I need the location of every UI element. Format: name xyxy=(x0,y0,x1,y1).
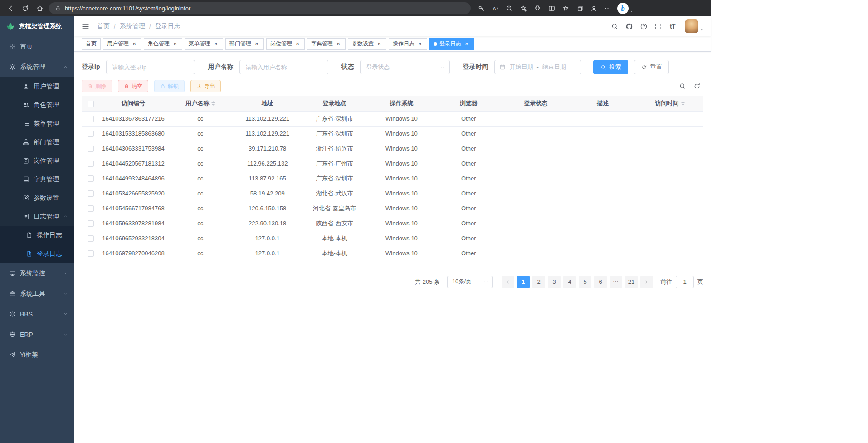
sidebar-item-log-mgmt[interactable]: 日志管理 xyxy=(0,207,74,226)
address-bar[interactable]: https://ccnetcore.com:1101/system/log/lo… xyxy=(49,2,471,14)
site-info-icon[interactable] xyxy=(55,5,61,11)
breadcrumb-system[interactable]: 系统管理 xyxy=(120,22,145,30)
row-checkbox[interactable] xyxy=(88,250,94,257)
sidebar-item-system-mgmt[interactable]: 系统管理 xyxy=(0,57,74,77)
page-6-button[interactable]: 6 xyxy=(594,276,607,288)
sidebar-item-dict-mgmt[interactable]: 字典管理 xyxy=(0,170,74,189)
close-icon[interactable]: × xyxy=(213,41,219,47)
page-2-button[interactable]: 2 xyxy=(532,276,545,288)
tab-login-log[interactable]: 登录日志× xyxy=(429,38,474,50)
favorite-add-button[interactable] xyxy=(517,2,530,15)
tab-user-mgmt[interactable]: 用户管理× xyxy=(103,38,141,50)
sort-carets[interactable] xyxy=(211,101,215,106)
sidebar-item-dept-mgmt[interactable]: 部门管理 xyxy=(0,133,74,151)
collections-button[interactable] xyxy=(573,2,586,15)
delete-button[interactable]: 删除 xyxy=(82,80,112,92)
reset-button[interactable]: 重置 xyxy=(634,60,669,74)
hamburger-icon[interactable] xyxy=(81,22,90,31)
tab-dict-mgmt[interactable]: 字典管理× xyxy=(307,38,346,50)
sidebar-item-yi-framework[interactable]: Yi框架 xyxy=(0,345,74,365)
avatar[interactable] xyxy=(685,19,698,33)
toggle-search-icon[interactable] xyxy=(679,83,686,90)
column-header[interactable]: 用户名称 xyxy=(167,96,234,111)
login-time-range-picker[interactable]: 开始日期 - 结束日期 xyxy=(494,60,581,74)
font-size-button[interactable]: tT xyxy=(666,19,679,34)
row-checkbox[interactable] xyxy=(88,146,94,152)
page-size-select[interactable]: 10条/页 xyxy=(447,276,493,288)
profile-button[interactable] xyxy=(587,2,600,15)
row-checkbox[interactable] xyxy=(88,205,94,212)
tab-menu-mgmt[interactable]: 菜单管理× xyxy=(185,38,223,50)
row-checkbox[interactable] xyxy=(88,131,94,137)
row-checkbox[interactable] xyxy=(88,190,94,197)
tab-op-log[interactable]: 操作日志× xyxy=(389,38,427,50)
sidebar-item-param-settings[interactable]: 参数设置 xyxy=(0,189,74,207)
sort-carets[interactable] xyxy=(681,101,685,106)
page-1-button[interactable]: 1 xyxy=(517,276,530,288)
zoom-button[interactable] xyxy=(502,2,516,15)
sidebar-item-user-mgmt[interactable]: 用户管理 xyxy=(0,77,74,96)
sidebar-item-menu-mgmt[interactable]: 菜单管理 xyxy=(0,114,74,133)
sidebar-item-role-mgmt[interactable]: 角色管理 xyxy=(0,96,74,114)
sidebar-item-erp[interactable]: ERP xyxy=(0,324,74,345)
breadcrumb-home[interactable]: 首页 xyxy=(97,22,110,30)
page-3-button[interactable]: 3 xyxy=(548,276,561,288)
favorites-bar-button[interactable] xyxy=(559,2,572,15)
page-5-button[interactable]: 5 xyxy=(579,276,591,288)
copilot-icon[interactable]: b xyxy=(617,3,629,14)
search-button[interactable] xyxy=(608,19,621,34)
tab-home[interactable]: 首页 xyxy=(82,38,101,50)
goto-page-input[interactable] xyxy=(676,276,694,288)
row-checkbox[interactable] xyxy=(88,235,94,242)
row-checkbox[interactable] xyxy=(88,161,94,167)
more-pages-button[interactable]: ••• xyxy=(610,276,622,288)
select-all-checkbox[interactable] xyxy=(88,101,94,107)
row-checkbox[interactable] xyxy=(88,220,94,227)
home-button[interactable] xyxy=(33,2,46,15)
page-21-button[interactable]: 21 xyxy=(625,276,638,288)
sidebar-item-login-log[interactable]: 登录日志 xyxy=(0,244,74,263)
split-screen-button[interactable] xyxy=(545,2,558,15)
caret-down-icon[interactable] xyxy=(629,10,634,14)
user-menu[interactable] xyxy=(685,19,704,33)
user-name-input[interactable] xyxy=(239,60,328,74)
login-ip-input[interactable] xyxy=(106,60,195,74)
app-logo[interactable]: 意框架管理系统 xyxy=(0,16,74,36)
unlock-button[interactable]: 解锁 xyxy=(154,80,185,92)
extensions-button[interactable] xyxy=(531,2,544,15)
fullscreen-button[interactable] xyxy=(651,19,665,34)
export-button[interactable]: 导出 xyxy=(190,80,221,92)
sidebar-item-home[interactable]: 首页 xyxy=(0,36,74,57)
close-icon[interactable]: × xyxy=(376,41,382,47)
github-button[interactable] xyxy=(622,19,636,34)
close-icon[interactable]: × xyxy=(417,41,423,47)
close-icon[interactable]: × xyxy=(294,41,301,47)
tab-dept-mgmt[interactable]: 部门管理× xyxy=(225,38,264,50)
status-select[interactable]: 登录状态 xyxy=(360,60,450,74)
back-button[interactable] xyxy=(4,2,17,15)
close-icon[interactable]: × xyxy=(172,41,178,47)
sidebar-item-post-mgmt[interactable]: 岗位管理 xyxy=(0,151,74,170)
next-page-button[interactable] xyxy=(640,276,653,288)
tab-post-mgmt[interactable]: 岗位管理× xyxy=(266,38,305,50)
read-aloud-button[interactable]: A xyxy=(488,2,502,15)
sidebar-item-bbs[interactable]: BBS xyxy=(0,304,74,324)
more-button[interactable] xyxy=(601,2,614,15)
sidebar-item-system-tools[interactable]: 系统工具 xyxy=(0,283,74,304)
close-icon[interactable]: × xyxy=(254,41,260,47)
key-button[interactable] xyxy=(474,2,488,15)
search-button[interactable]: 搜索 xyxy=(593,60,628,74)
tab-param-settings[interactable]: 参数设置× xyxy=(348,38,386,50)
row-checkbox[interactable] xyxy=(88,175,94,182)
close-icon[interactable]: × xyxy=(131,41,137,47)
row-checkbox[interactable] xyxy=(88,116,94,122)
sidebar-item-op-log[interactable]: 操作日志 xyxy=(0,226,74,244)
sidebar-item-system-monitor[interactable]: 系统监控 xyxy=(0,263,74,283)
column-header[interactable]: 访问时间 xyxy=(636,96,703,111)
question-button[interactable] xyxy=(637,19,650,34)
clear-button[interactable]: 清空 xyxy=(118,80,148,92)
tab-role-mgmt[interactable]: 角色管理× xyxy=(144,38,182,50)
close-icon[interactable]: × xyxy=(463,41,470,47)
prev-page-button[interactable] xyxy=(502,276,514,288)
refresh-button[interactable] xyxy=(18,2,32,15)
